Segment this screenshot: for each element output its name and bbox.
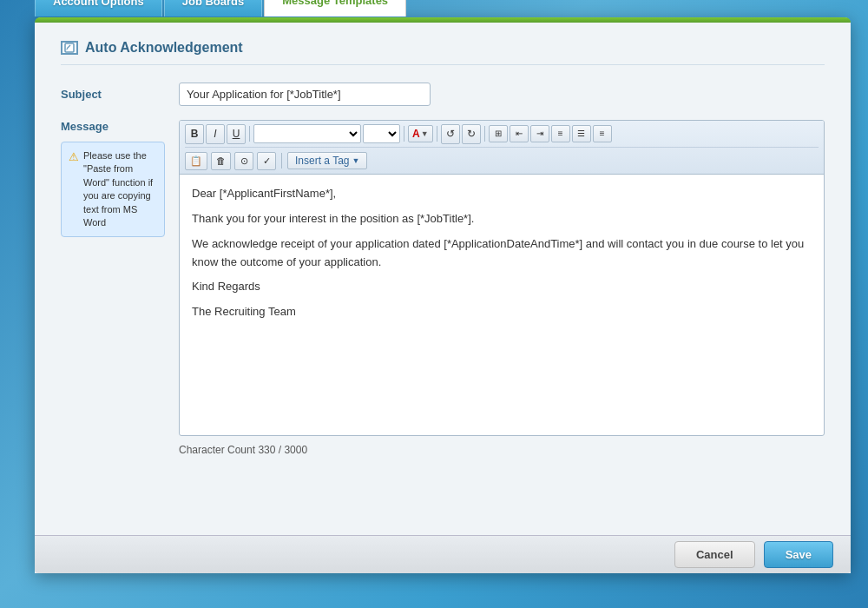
align-left-button[interactable]: ≡ <box>551 125 570 142</box>
save-button[interactable]: Save <box>764 541 833 568</box>
editor-body[interactable]: Dear [*ApplicantFirstName*], Thank you f… <box>180 175 824 435</box>
toolbar-divider-5 <box>281 153 282 169</box>
message-row: Message ⚠ Please use the "Paste from Wor… <box>61 120 825 436</box>
paste-from-word-button[interactable]: 📋 <box>185 152 207 170</box>
text-color-button[interactable]: A ▼ <box>408 125 433 142</box>
tab-bar: Account Options Job Boards Message Templ… <box>35 0 406 17</box>
insert-tag-arrow: ▼ <box>352 156 359 165</box>
bottom-bar: Cancel Save <box>35 535 851 573</box>
content-area: Auto Acknowledgement Subject Message ⚠ P… <box>35 23 851 573</box>
insert-tag-label: Insert a Tag <box>295 155 349 167</box>
editor-line-5: The Recruiting Team <box>192 303 812 321</box>
bold-button[interactable]: B <box>185 124 204 144</box>
redo-button[interactable]: ↻ <box>462 124 481 144</box>
section-header: Auto Acknowledgement <box>61 40 825 65</box>
font-size-select[interactable]: 8 10 12 14 16 <box>363 124 400 143</box>
tab-job-boards[interactable]: Job Boards <box>164 0 263 17</box>
character-count: Character Count 330 / 3000 <box>179 444 307 456</box>
toolbar-divider-3 <box>437 126 437 142</box>
italic-button[interactable]: I <box>206 124 225 144</box>
subject-label: Subject <box>61 88 165 101</box>
toolbar-divider-4 <box>484 126 485 142</box>
editor-line-4: Kind Regards <box>192 278 812 296</box>
undo-button[interactable]: ↺ <box>441 124 460 144</box>
source-button[interactable]: ⊙ <box>234 152 253 170</box>
message-label-col: Message ⚠ Please use the "Paste from Wor… <box>61 120 165 237</box>
main-card: Account Options Job Boards Message Templ… <box>35 17 851 573</box>
font-family-select[interactable]: Arial Times New Roman Courier New <box>253 124 361 143</box>
font-color-label: A <box>412 128 420 140</box>
warning-text: Please use the "Paste from Word" functio… <box>83 149 157 229</box>
insert-tag-button[interactable]: Insert a Tag ▼ <box>287 152 367 169</box>
green-accent-strip <box>35 17 851 23</box>
warning-icon: ⚠ <box>69 149 79 229</box>
underline-button[interactable]: U <box>227 124 246 144</box>
section-title: Auto Acknowledgement <box>85 40 243 56</box>
editor-line-3: We acknowledge receipt of your applicati… <box>192 235 812 272</box>
toolbar-row1: B I U Arial Times New Roman Courier New <box>185 124 819 148</box>
align-center-button[interactable]: ☰ <box>572 125 591 142</box>
editor-toolbar: B I U Arial Times New Roman Courier New <box>180 121 824 175</box>
warning-box: ⚠ Please use the "Paste from Word" funct… <box>61 142 165 237</box>
tab-jobboards-label: Job Boards <box>182 0 245 8</box>
toolbar-row2: 📋 🗑 ⊙ ✓ Insert a Tag ▼ <box>185 149 367 170</box>
editor-line-2: Thank you for your interest in the posit… <box>192 210 812 228</box>
table-button[interactable]: ⊞ <box>489 125 508 142</box>
indent-increase-button[interactable]: ⇥ <box>530 125 549 142</box>
tab-message-templates[interactable]: Message Templates <box>264 0 406 17</box>
subject-row: Subject <box>61 83 825 106</box>
tab-account-options[interactable]: Account Options <box>35 0 162 17</box>
toolbar-divider-1 <box>249 126 250 142</box>
align-right-button[interactable]: ≡ <box>593 125 612 142</box>
tab-message-label: Message Templates <box>282 0 388 7</box>
editor-line-1: Dear [*ApplicantFirstName*], <box>192 185 812 203</box>
tab-account-label: Account Options <box>53 0 144 8</box>
spell-check-button[interactable]: ✓ <box>257 152 276 170</box>
message-label: Message <box>61 120 165 133</box>
edit-icon <box>61 41 78 55</box>
remove-format-button[interactable]: 🗑 <box>211 152 231 170</box>
indent-decrease-button[interactable]: ⇤ <box>510 125 529 142</box>
toolbar-divider-2 <box>404 126 404 142</box>
color-dropdown-arrow: ▼ <box>421 129 429 138</box>
svg-rect-0 <box>65 43 74 52</box>
cancel-button[interactable]: Cancel <box>674 541 755 568</box>
subject-input[interactable] <box>179 83 431 106</box>
editor-container: B I U Arial Times New Roman Courier New <box>179 120 825 436</box>
